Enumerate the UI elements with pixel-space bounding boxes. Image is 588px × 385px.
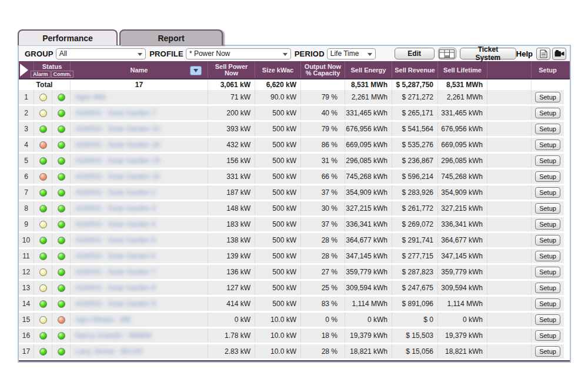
setup-button[interactable]: Setup	[535, 203, 560, 214]
site-name-link[interactable]: Larry Jenner - BK100	[75, 347, 142, 356]
comm-status-light	[58, 332, 65, 340]
site-name-link[interactable]: Nancy Grandin - MMBW	[75, 331, 152, 340]
row-number: 13	[19, 281, 34, 295]
setup-cell: Setup	[532, 265, 564, 279]
blank-cell	[487, 344, 532, 359]
site-name-link[interactable]: AGMSO - Solar Garden 15	[75, 172, 159, 181]
setup-button[interactable]: Setup	[535, 330, 560, 341]
setup-button[interactable]: Setup	[535, 346, 560, 357]
help-document-button[interactable]	[536, 48, 550, 60]
site-name-cell: Agro Mirado - MB	[71, 313, 208, 327]
sell-energy-value: 347,145 kWh	[345, 249, 392, 263]
output-pct-value: 25 %	[301, 281, 345, 295]
site-name-link[interactable]: AGMSO - Solar Garden 5	[75, 236, 156, 244]
page-root: Performance Report GROUP All PROFILE * P…	[0, 0, 588, 385]
alarm-status-cell	[34, 249, 52, 263]
sell-revenue-column-header[interactable]: Sell Revenue	[392, 62, 438, 78]
name-column-header[interactable]: Name	[71, 62, 208, 78]
sell-power-column-header[interactable]: Sell Power Now	[208, 62, 255, 78]
name-sort-dropdown[interactable]	[190, 66, 202, 75]
site-name-link[interactable]: Agris Wld	[75, 93, 105, 101]
setup-button[interactable]: Setup	[535, 219, 560, 230]
setup-button[interactable]: Setup	[535, 235, 560, 245]
site-name-cell: AGMSO - Solar Garden 15	[71, 170, 208, 184]
help-label: Help	[516, 49, 533, 58]
site-name-cell: AGMSO - Solar Garden 16	[71, 138, 208, 152]
sell-lifetime-value: 676,956 kWh	[438, 122, 487, 136]
setup-button[interactable]: Setup	[535, 108, 560, 118]
site-name-link[interactable]: AGMSO - Solar Garden 10	[75, 125, 159, 133]
setup-button[interactable]: Setup	[535, 251, 560, 261]
period-select[interactable]: Life Time	[327, 48, 376, 59]
sell-power-value: 0 kW	[208, 313, 255, 327]
setup-button[interactable]: Setup	[535, 267, 560, 277]
setup-button[interactable]: Setup	[535, 171, 560, 182]
site-name-link[interactable]: AGMSO - Solar Garden 19	[75, 157, 159, 165]
site-name-link[interactable]: AGMSO - Solar Garden 3	[75, 204, 156, 213]
tab-performance[interactable]: Performance	[18, 29, 118, 45]
help-video-button[interactable]	[552, 48, 566, 60]
setup-cell: Setup	[532, 185, 564, 200]
alarm-status-light	[39, 189, 47, 197]
setup-button[interactable]: Setup	[535, 283, 560, 293]
size-value: 500 kW	[255, 249, 301, 263]
size-value: 10.0 kW	[255, 344, 301, 359]
total-power: 3,061 kW	[208, 79, 255, 90]
site-name-link[interactable]: AGMSO - Solar Garden 6	[75, 252, 156, 260]
toolbar: GROUP All PROFILE * Power Now PERIOD Lif…	[19, 46, 570, 61]
tab-report[interactable]: Report	[119, 29, 223, 45]
comm-status-cell	[52, 297, 71, 311]
setup-button[interactable]: Setup	[535, 187, 560, 198]
table-row: 17Larry Jenner - BK1002.83 kW10.0 kW28 %…	[19, 344, 570, 359]
site-name-cell: AGMSO - Solar Garden 3	[71, 201, 208, 215]
sell-energy-value: 18,821 kWh	[345, 344, 392, 359]
sell-energy-column-header[interactable]: Sell Energy	[345, 62, 392, 78]
profile-select[interactable]: * Power Now	[186, 48, 291, 59]
setup-cell: Setup	[532, 344, 564, 359]
table-row: 16Nancy Grandin - MMBW1.78 kW10.0 kW18 %…	[19, 328, 570, 343]
sell-lifetime-value: 745,268 kWh	[438, 170, 487, 184]
site-name-link[interactable]: AGMSO - Solar Garden 8	[75, 284, 156, 292]
blank-cell	[487, 265, 532, 279]
alarm-status-cell	[34, 138, 52, 152]
sell-power-value: 432 kW	[208, 138, 255, 152]
table-layout-button[interactable]	[438, 48, 456, 59]
setup-column-header: Setup	[532, 62, 564, 78]
setup-button[interactable]: Setup	[535, 314, 560, 325]
ticket-system-button[interactable]: Ticket System	[460, 48, 516, 59]
alarm-status-cell	[34, 297, 52, 311]
site-name-link[interactable]: AGMSO - Solar Garden 2	[75, 188, 156, 197]
sell-lifetime-column-header[interactable]: Sell Lifetime	[438, 62, 487, 78]
output-pct-value: 30 %	[301, 201, 345, 215]
output-pct-value: 28 %	[301, 344, 345, 359]
setup-button[interactable]: Setup	[535, 140, 560, 150]
size-value: 500 kW	[255, 154, 301, 168]
output-pct-column-header[interactable]: Output Now % Capacity	[301, 62, 345, 78]
setup-button[interactable]: Setup	[535, 298, 560, 309]
setup-button[interactable]: Setup	[535, 92, 560, 102]
edit-button[interactable]: Edit	[395, 48, 435, 59]
setup-button[interactable]: Setup	[535, 124, 560, 134]
size-value: 500 kW	[255, 281, 301, 295]
sell-power-value: 127 kW	[208, 281, 255, 295]
sell-revenue-value: $ 15,056	[392, 344, 438, 359]
sell-revenue-value: $ 287,823	[392, 265, 438, 279]
setup-button[interactable]: Setup	[535, 155, 560, 166]
comm-status-light	[58, 94, 65, 101]
site-name-link[interactable]: AGMSO - Solar Garden 16	[75, 141, 159, 149]
group-select[interactable]: All	[56, 48, 146, 59]
blank-cell	[487, 297, 532, 311]
site-name-link[interactable]: AGMSO - Solar Garden 4	[75, 220, 156, 228]
comm-status-cell	[52, 313, 71, 327]
site-name-link[interactable]: AGMSO - Solar Garden 7	[75, 268, 156, 276]
row-number: 17	[19, 344, 34, 359]
total-energy: 8,531 MWh	[345, 79, 392, 90]
site-name-link[interactable]: AGMSO - Solar Garden 7	[75, 109, 156, 117]
site-name-link[interactable]: Agro Mirado - MB	[75, 316, 131, 324]
total-size: 6,620 kW	[255, 79, 301, 90]
sell-lifetime-value: 331,465 kWh	[438, 106, 487, 120]
site-name-link[interactable]: AGMSO - Solar Garden 9	[75, 300, 156, 308]
alarm-status-light	[39, 253, 47, 260]
size-column-header[interactable]: Size kWac	[255, 62, 301, 78]
content-frame: GROUP All PROFILE * Power Now PERIOD Lif…	[18, 45, 571, 363]
